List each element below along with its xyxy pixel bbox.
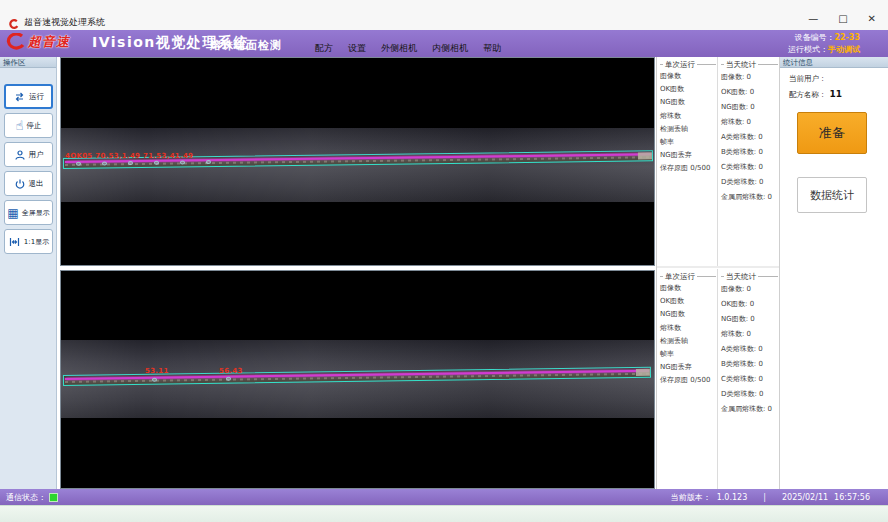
single-run-rows: 图像数OK图数NG图数熔珠数检测丢轴帧率NG图丢弃保存原图 0/500 — [660, 70, 716, 176]
status-bar: 通信状态： 当前版本： 1.0.123 | 2025/02/11 16:57:5… — [0, 489, 888, 505]
info-panel: 统计信息 当前用户： 配方名称：11 准备 数据统计 — [780, 57, 888, 489]
operation-sidebar: 操作区 运行 ☝ 停止 用户 退出 ▦ 全屏显示 — [0, 57, 57, 489]
stat-row: NG图数: 0 — [721, 100, 778, 115]
comm-status-led — [49, 493, 58, 502]
stat-row: NG图数 — [660, 308, 716, 321]
bead-marker — [128, 161, 133, 165]
run-button-label: 运行 — [29, 92, 44, 102]
stat-row: A类熔珠数: 0 — [721, 130, 778, 145]
status-date: 2025/02/11 — [782, 493, 828, 502]
status-time: 16:57:56 — [834, 493, 870, 502]
user-button[interactable]: 用户 — [4, 142, 53, 167]
one-to-one-button-label: 1:1显示 — [24, 237, 49, 247]
recipe-name-label: 配方名称： — [789, 90, 827, 99]
daily-stats-rows: 图像数: 0OK图数: 0NG图数: 0熔珠数: 0A类熔珠数: 0B类熔珠数:… — [721, 70, 778, 205]
bead-marker — [154, 161, 159, 165]
version-value: 1.0.123 — [717, 493, 748, 502]
stat-row: D类熔珠数: 0 — [721, 387, 778, 402]
user-button-label: 用户 — [29, 150, 44, 160]
brand-logo: 超音速 — [6, 33, 70, 51]
app-subtitle: 熔珠端面检测 — [210, 38, 282, 53]
stat-row: 检测丢轴 — [660, 123, 716, 136]
run-mode-label: 运行模式： — [788, 45, 828, 54]
run-button[interactable]: 运行 — [4, 84, 53, 109]
bead-marker — [76, 162, 81, 166]
stat-row: OK图数 — [660, 295, 716, 308]
device-number-label: 设备编号： — [794, 33, 834, 42]
stat-row: A类熔珠数: 0 — [721, 342, 778, 357]
one-to-one-icon — [8, 236, 21, 248]
window-title: 超音速视觉处理系统 — [24, 16, 105, 29]
exit-button[interactable]: 退出 — [4, 171, 53, 196]
close-button[interactable]: ✕ — [868, 13, 876, 24]
run-cycle-icon — [13, 91, 26, 103]
bead-marker — [226, 377, 231, 381]
stop-button[interactable]: ☝ 停止 — [4, 113, 53, 138]
menu-item-help[interactable]: 帮助 — [483, 42, 501, 55]
column-divider — [717, 269, 718, 489]
stat-row: 图像数 — [660, 282, 716, 295]
app-window: 超音速视觉处理系统 — □ ✕ 超音速 IVision视觉处理系统 熔珠端面检测… — [0, 0, 888, 522]
brand-swoosh-icon — [6, 33, 26, 51]
stat-row: NG图丢弃 — [660, 149, 716, 162]
fullscreen-button[interactable]: ▦ 全屏显示 — [4, 200, 53, 225]
strip-highlight — [638, 152, 652, 159]
stat-row: 熔珠数 — [660, 322, 716, 335]
stat-row: 帧率 — [660, 136, 716, 149]
stat-row: 金属屑熔珠数: 0 — [721, 190, 778, 205]
stat-row: B类熔珠数: 0 — [721, 357, 778, 372]
group-separator — [657, 266, 779, 268]
app-header: 超音速 IVision视觉处理系统 熔珠端面检测 配方 设置 外侧相机 内侧相机… — [0, 30, 888, 57]
fullscreen-grid-icon: ▦ — [7, 207, 18, 219]
menu-item-settings[interactable]: 设置 — [348, 42, 366, 55]
bead-marker — [180, 160, 185, 164]
stat-row: 熔珠数 — [660, 110, 716, 123]
camera-viewport-1[interactable]: 4OK05 70.53,1.49 71.53,41.49 — [60, 57, 655, 266]
stats-group-camera2: 单次运行 图像数OK图数NG图数熔珠数检测丢轴帧率NG图丢弃保存原图 0/500… — [657, 269, 779, 489]
comm-status-label: 通信状态： — [6, 492, 46, 503]
stat-row: 图像数: 0 — [721, 282, 778, 297]
stat-row: 检测丢轴 — [660, 335, 716, 348]
stat-row: 保存原图 0/500 — [660, 374, 716, 387]
minimize-button[interactable]: — — [808, 13, 818, 24]
menu-item-outer-camera[interactable]: 外侧相机 — [381, 42, 417, 55]
data-statistics-button[interactable]: 数据统计 — [797, 177, 867, 213]
stat-row: 图像数 — [660, 70, 716, 83]
single-run-rows: 图像数OK图数NG图数熔珠数检测丢轴帧率NG图丢弃保存原图 0/500 — [660, 282, 716, 388]
stat-row: OK图数: 0 — [721, 297, 778, 312]
single-run-caption: 单次运行 — [660, 271, 716, 282]
strip-highlight — [636, 369, 650, 376]
camera-viewport-2[interactable]: 53.11 56.43 — [60, 270, 655, 489]
daily-stats-caption: 当天统计 — [721, 59, 778, 70]
desktop-strip — [0, 505, 888, 522]
stat-row: OK图数: 0 — [721, 85, 778, 100]
sidebar-caption: 操作区 — [0, 57, 56, 68]
stat-row: 帧率 — [660, 348, 716, 361]
measurement-annotation: 53.11 — [145, 367, 169, 375]
stat-row: 金属屑熔珠数: 0 — [721, 402, 778, 417]
stat-row: NG图数 — [660, 96, 716, 109]
separator: | — [763, 493, 766, 502]
prepare-button[interactable]: 准备 — [797, 112, 867, 154]
stat-row: 熔珠数: 0 — [721, 327, 778, 342]
stat-row: 熔珠数: 0 — [721, 115, 778, 130]
measurement-annotation: 4OK05 70.53,1.49 71.53,41.49 — [65, 152, 193, 160]
menu-item-inner-camera[interactable]: 内侧相机 — [432, 42, 468, 55]
bead-marker — [206, 160, 211, 164]
titlebar: 超音速视觉处理系统 — □ ✕ — [0, 0, 888, 30]
daily-stats-caption: 当天统计 — [721, 271, 778, 282]
menu-item-recipe[interactable]: 配方 — [315, 42, 333, 55]
restore-button[interactable]: □ — [838, 13, 847, 24]
recipe-name-value: 11 — [830, 89, 843, 99]
daily-stats-rows: 图像数: 0OK图数: 0NG图数: 0熔珠数: 0A类熔珠数: 0B类熔珠数:… — [721, 282, 778, 417]
stat-row: 图像数: 0 — [721, 70, 778, 85]
stat-row: D类熔珠数: 0 — [721, 175, 778, 190]
one-to-one-button[interactable]: 1:1显示 — [4, 229, 53, 254]
statistics-panel: 单次运行 图像数OK图数NG图数熔珠数检测丢轴帧率NG图丢弃保存原图 0/500… — [656, 57, 780, 489]
stat-row: OK图数 — [660, 83, 716, 96]
brand-text: 超音速 — [28, 33, 70, 51]
column-divider — [717, 57, 718, 266]
stats-group-camera1: 单次运行 图像数OK图数NG图数熔珠数检测丢轴帧率NG图丢弃保存原图 0/500… — [657, 57, 779, 266]
single-run-caption: 单次运行 — [660, 59, 716, 70]
stat-row: NG图丢弃 — [660, 361, 716, 374]
